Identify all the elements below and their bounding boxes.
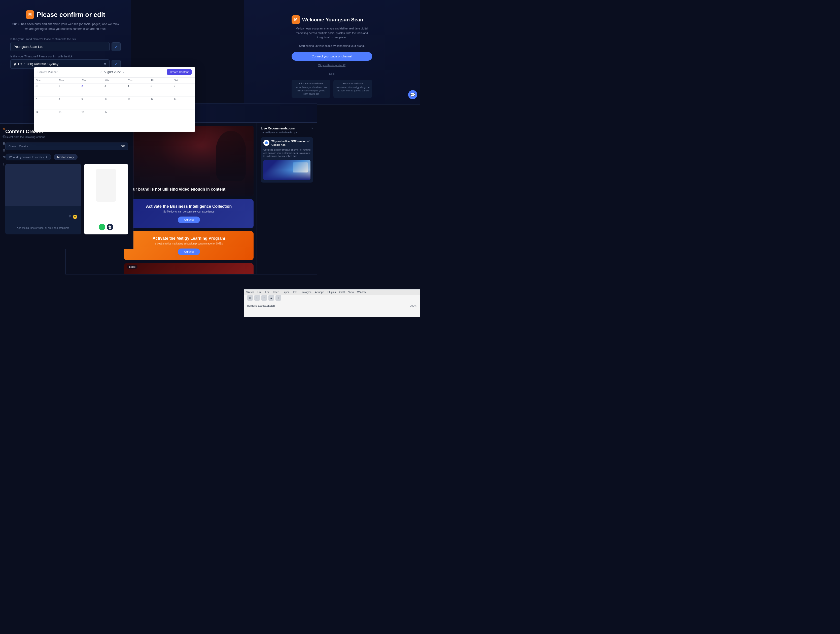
command-middle-col: Insight Your brand is not utilising vide… (121, 123, 257, 274)
sketch-tool-2[interactable]: ⬚ (254, 295, 260, 301)
calendar-prev-btn[interactable]: ‹ (101, 70, 102, 74)
sidebar-icon-content[interactable]: ▤ (1, 148, 6, 153)
timezone-label: Is this your Timezone? Please confirm wi… (10, 55, 121, 58)
live-rec-title: Live Recommendations (261, 127, 295, 130)
add-btn[interactable]: + (99, 224, 105, 230)
creator-subtitle: Select from the following options (5, 136, 128, 139)
sketch-menu-insert[interactable]: Insert (273, 291, 279, 293)
command-right-col: Live Recommendations × Derived by our AI… (257, 123, 317, 274)
confirm-subtitle: Our AI has been busy and analysing your … (10, 22, 121, 32)
chat-bubble-btn[interactable]: 💬 (408, 90, 417, 99)
cal-cell[interactable]: 14 (34, 110, 57, 123)
insight-bottom-badge: Insight (127, 265, 137, 269)
hash-icon: # (69, 214, 71, 219)
sketch-menu-file[interactable]: File (257, 291, 262, 293)
sidebar-icon-analytics[interactable]: ◎ (1, 134, 6, 139)
sketch-bottom-bar: portfolio-assets.sketch 100% (244, 302, 420, 309)
rec-item: G Why we built an SME version of Google … (261, 137, 313, 183)
close-rec-btn[interactable]: × (311, 127, 313, 130)
day-fri: Fri (149, 77, 172, 84)
metigy-logo-icon: M (26, 10, 34, 19)
content-creator-panel: Content Creator Select from the followin… (0, 123, 133, 249)
sketch-menu-text[interactable]: Text (292, 291, 297, 293)
cal-cell[interactable] (149, 110, 172, 123)
calendar-grid: Sun Mon Tue Wed Thu Fri Sat 31 1 2 3 4 5… (34, 77, 195, 123)
day-wed: Wed (103, 77, 126, 84)
sidebar-icon-info[interactable]: ℹ (1, 162, 6, 167)
sketch-menu-prototype[interactable]: Prototype (301, 291, 311, 293)
welcome-start: Start setting up your space by connectin… (292, 44, 372, 48)
sketch-menu-view[interactable]: View (348, 291, 354, 293)
cal-cell[interactable]: 2 (80, 84, 103, 97)
cal-cell[interactable]: 15 (57, 110, 80, 123)
activate-bi-btn[interactable]: Activate (178, 216, 200, 223)
cal-cell[interactable]: 7 (34, 97, 57, 110)
cal-cell[interactable]: 17 (103, 110, 126, 123)
connect-btn[interactable]: Connect your page or channel (292, 52, 372, 61)
activate-learn-sub: a best practice marketing education prog… (129, 242, 248, 245)
sketch-filename: portfolio-assets.sketch (247, 304, 275, 307)
rec-card-2-title: Resources and start (336, 82, 369, 85)
google-logo: G (264, 140, 269, 146)
welcome-panel: M Welcome Youngsun Sean Metigy helps you… (244, 0, 420, 104)
sketch-tool-5[interactable]: T (275, 295, 281, 301)
cal-cell[interactable]: 13 (172, 97, 195, 110)
svg-text:G: G (266, 142, 267, 144)
cal-cell[interactable]: 8 (57, 97, 80, 110)
cal-cell[interactable]: 4 (126, 84, 149, 97)
sketch-menu-craft[interactable]: Craft (339, 291, 345, 293)
brand-confirm-btn[interactable]: ✓ (112, 42, 121, 51)
rec-item-title: Why we built an SME version of Google Ad… (272, 140, 311, 147)
rec-card-1-title: r first Recommendation (294, 82, 328, 85)
activate-learn-card: Activate the Metigy Learning Program a b… (124, 231, 254, 260)
sidebar-icon-settings[interactable]: ⚙ (1, 155, 6, 160)
activate-learn-title: Activate the Metigy Learning Program (129, 236, 248, 241)
calendar-next-btn[interactable]: › (123, 70, 124, 74)
sketch-tool-4[interactable]: ▲ (268, 295, 274, 301)
phone-preview (96, 169, 116, 202)
cal-cell[interactable]: 5 (149, 84, 172, 97)
sidebar-icon-calendar[interactable]: ▦ (1, 141, 6, 146)
sketch-menu-layer[interactable]: Layer (283, 291, 289, 293)
insight-card-dark: Insight Your brand is not utilising vide… (124, 126, 254, 196)
day-tue: Tue (80, 77, 103, 84)
day-sat: Sat (172, 77, 195, 84)
rec-row: r first Recommendation Let us detect you… (292, 80, 372, 98)
cal-cell[interactable]: 16 (80, 110, 103, 123)
sketch-tool-1[interactable]: ◉ (247, 295, 253, 301)
rec-item-row: G Why we built an SME version of Google … (264, 140, 311, 147)
sketch-tool-3[interactable]: ✦ (261, 295, 267, 301)
create-content-btn[interactable]: Create Content (167, 69, 192, 75)
white-content-panel: + 🗑 (84, 164, 128, 234)
delete-btn[interactable]: 🗑 (107, 224, 113, 230)
sketch-menu-sketch[interactable]: Sketch (246, 291, 254, 293)
skip-link[interactable]: Skip (292, 72, 372, 75)
cal-cell[interactable]: 3 (103, 84, 126, 97)
sketch-menu-edit[interactable]: Edit (265, 291, 269, 293)
brand-input[interactable] (10, 42, 109, 51)
sketch-zoom: 100% (410, 304, 417, 307)
rec-card-2-body: Get started with Metigy alongside the ri… (336, 86, 369, 92)
cal-cell[interactable]: 11 (126, 97, 149, 110)
activate-bi-sub: So Metigy AI can personalise your experi… (129, 210, 248, 213)
cal-cell[interactable] (126, 110, 149, 123)
what-create-dropdown[interactable]: What do you want to create? ▾ (5, 154, 51, 160)
sketch-menu-arrange[interactable]: Arrange (315, 291, 324, 293)
cal-cell[interactable]: 6 (172, 84, 195, 97)
sketch-menu-window[interactable]: Window (357, 291, 366, 293)
cal-cell[interactable]: 31 (34, 84, 57, 97)
why-important-link[interactable]: Why is this important? (318, 64, 346, 67)
day-mon: Mon (57, 77, 80, 84)
cal-cell[interactable]: 9 (80, 97, 103, 110)
insight-text: Your brand is not utilising video enough… (124, 183, 229, 196)
activate-bi-card: Activate the Business Intelligence Colle… (124, 199, 254, 228)
cal-cell[interactable]: 12 (149, 97, 172, 110)
cal-cell[interactable]: 10 (103, 97, 126, 110)
cal-cell[interactable]: 1 (57, 84, 80, 97)
sketch-menu-plugins[interactable]: Plugins (328, 291, 336, 293)
creator-toolbar: Content Creator DR (5, 142, 128, 150)
sidebar-icon-home[interactable]: ⊕ (1, 127, 6, 132)
media-library-btn[interactable]: Media Library (54, 154, 77, 160)
cal-cell[interactable] (172, 110, 195, 123)
activate-learn-btn[interactable]: Activate (178, 249, 200, 255)
